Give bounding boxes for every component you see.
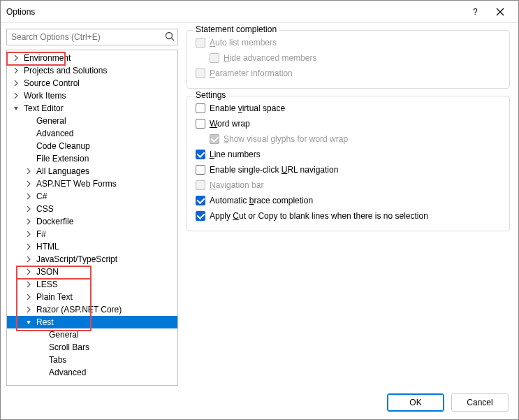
- chevron-right-icon[interactable]: [24, 204, 34, 214]
- tree-item[interactable]: General: [7, 328, 177, 341]
- chevron-right-icon[interactable]: [24, 229, 34, 239]
- chevron-right-icon[interactable]: [11, 91, 21, 101]
- checkbox-icon[interactable]: [196, 119, 205, 129]
- tree-item-label: Dockerfile: [35, 215, 73, 228]
- chevron-right-icon[interactable]: [24, 242, 34, 252]
- tree-item[interactable]: Dockerfile: [7, 215, 177, 228]
- tree-item-label: File Extension: [35, 152, 89, 165]
- opt-label: Parameter information: [210, 68, 293, 78]
- opt-visual-glyphs: Show visual glyphs for word wrap: [193, 131, 504, 147]
- chevron-right-icon[interactable]: [24, 191, 34, 201]
- search-wrap: [6, 29, 178, 45]
- ok-button[interactable]: OK: [387, 393, 444, 412]
- tree-item-label: All Languages: [35, 165, 89, 178]
- chevron-right-icon[interactable]: [24, 267, 34, 277]
- tree-item[interactable]: ASP.NET Web Forms: [7, 178, 177, 190]
- options-tree[interactable]: EnvironmentProjects and SolutionsSource …: [6, 50, 178, 386]
- tree-item-label: JavaScript/TypeScript: [35, 253, 117, 266]
- tree-item[interactable]: JSON: [7, 266, 177, 278]
- opt-enable-virtual-space[interactable]: Enable virtual space: [193, 101, 504, 116]
- opt-label: Auto list members: [210, 38, 277, 48]
- opt-line-numbers[interactable]: Line numbers: [193, 147, 504, 162]
- tree-item[interactable]: Plain Text: [7, 291, 177, 303]
- arrow-spacer: [24, 141, 34, 151]
- opt-blank-lines[interactable]: Apply Cut or Copy to blank lines when th…: [193, 208, 504, 224]
- tree-item[interactable]: Environment: [7, 52, 177, 64]
- checkbox-icon: [196, 180, 205, 190]
- tree-item[interactable]: Tabs: [7, 354, 177, 366]
- chevron-right-icon[interactable]: [24, 305, 34, 314]
- tree-item[interactable]: Work Items: [7, 89, 177, 102]
- checkbox-icon[interactable]: [196, 211, 205, 221]
- opt-single-click-url[interactable]: Enable single-click URL navigation: [193, 162, 504, 178]
- tree-item-label: Tabs: [47, 354, 66, 366]
- checkbox-icon[interactable]: [196, 196, 205, 205]
- tree-item[interactable]: Razor (ASP.NET Core): [7, 303, 177, 316]
- chevron-right-icon[interactable]: [11, 66, 21, 75]
- section-statement-completion: Statement completion Auto list members H…: [187, 30, 510, 89]
- dialog-body: EnvironmentProjects and SolutionsSource …: [1, 23, 518, 386]
- chevron-right-icon[interactable]: [11, 53, 21, 63]
- tree-item[interactable]: Projects and Solutions: [7, 64, 177, 77]
- checkbox-icon[interactable]: [196, 150, 205, 159]
- search-icon[interactable]: [164, 31, 175, 44]
- right-column: Statement completion Auto list members H…: [187, 29, 510, 386]
- close-button[interactable]: [488, 2, 513, 22]
- tree-item-label: Text Editor: [22, 102, 64, 115]
- chevron-right-icon[interactable]: [24, 292, 34, 302]
- tree-item-label: Razor (ASP.NET Core): [35, 303, 122, 316]
- tree-item[interactable]: CSS: [7, 203, 177, 215]
- tree-item-label: JSON: [35, 266, 59, 278]
- tree-item[interactable]: Source Control: [7, 77, 177, 89]
- opt-label: Navigation bar: [210, 180, 263, 190]
- titlebar: Options ?: [1, 1, 518, 23]
- tree-item[interactable]: JavaScript/TypeScript: [7, 253, 177, 266]
- tree-item[interactable]: HTML: [7, 240, 177, 253]
- chevron-right-icon[interactable]: [11, 78, 21, 88]
- tree-item-label: Rest: [35, 316, 54, 328]
- tree-item[interactable]: Rest: [7, 316, 177, 328]
- search-input[interactable]: [6, 29, 178, 45]
- tree-item[interactable]: F#: [7, 228, 177, 240]
- tree-item-label: General: [35, 115, 66, 127]
- checkbox-icon: [196, 38, 205, 48]
- chevron-right-icon[interactable]: [24, 254, 34, 264]
- tree-item-label: C#: [35, 190, 47, 203]
- checkbox-icon[interactable]: [196, 165, 205, 175]
- tree-item[interactable]: General: [7, 115, 177, 127]
- opt-hide-advanced-members: Hide advanced members: [193, 50, 504, 66]
- tree-item[interactable]: File Extension: [7, 152, 177, 165]
- options-dialog: Options ? EnvironmentProjects and Soluti…: [0, 0, 519, 420]
- chevron-right-icon[interactable]: [24, 217, 34, 226]
- help-button[interactable]: ?: [462, 2, 488, 22]
- tree-item[interactable]: Code Cleanup: [7, 140, 177, 152]
- chevron-right-icon[interactable]: [24, 280, 34, 289]
- arrow-spacer: [36, 355, 46, 365]
- tree-item[interactable]: C#: [7, 190, 177, 203]
- cancel-button[interactable]: Cancel: [451, 393, 509, 412]
- opt-label: Show visual glyphs for word wrap: [224, 134, 348, 144]
- chevron-down-icon[interactable]: [11, 103, 21, 113]
- opt-brace-completion[interactable]: Automatic brace completion: [193, 193, 504, 208]
- tree-item-label: Projects and Solutions: [22, 64, 107, 77]
- opt-navigation-bar: Navigation bar: [193, 178, 504, 193]
- opt-word-wrap[interactable]: Word wrap: [193, 116, 504, 131]
- svg-text:?: ?: [473, 7, 478, 17]
- arrow-spacer: [36, 330, 46, 340]
- chevron-right-icon[interactable]: [24, 166, 34, 176]
- tree-item-label: F#: [35, 228, 46, 240]
- tree-item[interactable]: All Languages: [7, 165, 177, 178]
- tree-item[interactable]: Advanced: [7, 127, 177, 140]
- tree-item[interactable]: LESS: [7, 278, 177, 291]
- tree-item[interactable]: Scroll Bars: [7, 341, 177, 354]
- opt-label: Hide advanced members: [224, 53, 316, 63]
- checkbox-icon[interactable]: [196, 103, 205, 113]
- tree-item[interactable]: Text Editor: [7, 102, 177, 115]
- opt-auto-list-members: Auto list members: [193, 35, 504, 50]
- tree-item-label: CSS: [35, 203, 54, 215]
- chevron-right-icon[interactable]: [24, 179, 34, 189]
- chevron-down-icon[interactable]: [24, 317, 34, 327]
- section-settings: Settings Enable virtual space Word wrap …: [187, 96, 510, 231]
- tree-item[interactable]: Advanced: [7, 366, 177, 379]
- svg-point-1: [166, 33, 173, 39]
